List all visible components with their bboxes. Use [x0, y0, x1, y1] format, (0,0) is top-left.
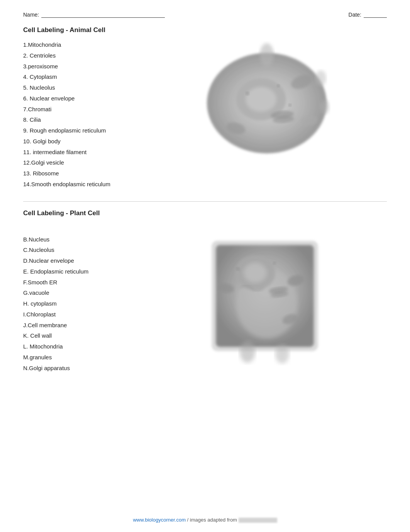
plant-cell-image [139, 223, 387, 369]
page: Name: Date: Cell Labeling - Animal Cell … [0, 0, 410, 532]
animal-section-content: 1.Mitochondria2. Centrioles3.peroxisome4… [23, 39, 387, 190]
svg-point-13 [288, 104, 291, 107]
animal-list-item: 1.Mitochondria [23, 39, 131, 50]
svg-point-12 [277, 84, 280, 87]
svg-point-11 [246, 92, 249, 95]
animal-list-item: 4. Cytoplasm [23, 71, 131, 82]
plant-labels-list: B.NucleusC.NucleolusD.Nuclear envelopeE.… [23, 223, 131, 374]
name-label: Name: [23, 12, 39, 18]
animal-list-item: 11. intermediate filament [23, 147, 131, 158]
plant-cell-svg [190, 223, 336, 369]
plant-list-item: E. Endoplasmic reticulum [23, 266, 131, 277]
svg-point-18 [244, 263, 267, 283]
animal-cell-svg [190, 39, 336, 163]
animal-list-item: 6. Nuclear envelope [23, 93, 131, 104]
plant-cell-section: Cell Labeling - Plant Cell B.NucleusC.Nu… [23, 209, 387, 374]
plant-list-item: I.Chloroplast [23, 309, 131, 320]
plant-list-item: M.granules [23, 352, 131, 363]
svg-point-27 [273, 262, 276, 265]
animal-list-item: 8. Cilia [23, 114, 131, 125]
footer-text: / images adapted from [187, 517, 237, 523]
svg-point-25 [275, 344, 289, 364]
date-underline [364, 12, 387, 18]
svg-point-6 [260, 43, 274, 66]
svg-point-8 [320, 100, 329, 114]
footer: www.biologycorner.com / images adapted f… [0, 517, 410, 523]
plant-section-title: Cell Labeling - Plant Cell [23, 209, 387, 217]
name-field: Name: [23, 12, 165, 18]
date-field: Date: [349, 12, 387, 18]
plant-list-item: J.Cell membrane [23, 320, 131, 331]
animal-list-item: 9. Rough endoplasmic reticulum [23, 125, 131, 136]
svg-point-2 [246, 87, 276, 112]
plant-list-item: H. cytoplasm [23, 298, 131, 309]
animal-list-item: 10. Golgi body [23, 136, 131, 147]
animal-section-title: Cell Labeling - Animal Cell [23, 26, 387, 34]
section-divider [23, 201, 387, 202]
animal-list-item: 12.Golgi vesicle [23, 157, 131, 168]
plant-section-content: B.NucleusC.NucleolusD.Nuclear envelopeE.… [23, 223, 387, 374]
plant-list-item: D.Nuclear envelope [23, 255, 131, 266]
animal-labels-list: 1.Mitochondria2. Centrioles3.peroxisome4… [23, 39, 131, 190]
plant-list-item: F.Smooth ER [23, 277, 131, 288]
svg-point-24 [240, 341, 255, 363]
animal-cell-section: Cell Labeling - Animal Cell 1.Mitochondr… [23, 26, 387, 190]
footer-link[interactable]: www.biologycorner.com [133, 517, 186, 523]
plant-list-item: L. Mitochondria [23, 341, 131, 352]
plant-list-item: C.Nucleolus [23, 245, 131, 255]
plant-list-item: G.vacuole [23, 287, 131, 298]
plant-list-item: N.Golgi apparatus [23, 363, 131, 374]
header: Name: Date: [23, 12, 387, 18]
animal-list-item: 2. Centrioles [23, 50, 131, 61]
animal-list-item: 3.peroxisome [23, 61, 131, 72]
date-label: Date: [349, 12, 361, 18]
svg-point-7 [315, 70, 326, 86]
name-underline [41, 12, 165, 18]
svg-point-26 [236, 267, 240, 271]
plant-list-item: B.Nucleus [23, 234, 131, 245]
animal-list-item: 13. Ribosome [23, 168, 131, 179]
animal-list-item: 14.Smooth endoplasmic reticulum [23, 179, 131, 190]
plant-list-item: K. Cell wall [23, 330, 131, 341]
footer-blur [239, 518, 277, 523]
animal-cell-image [139, 39, 387, 163]
animal-list-item: 7.Chromati [23, 104, 131, 115]
animal-list-item: 5. Nucleolus [23, 82, 131, 93]
